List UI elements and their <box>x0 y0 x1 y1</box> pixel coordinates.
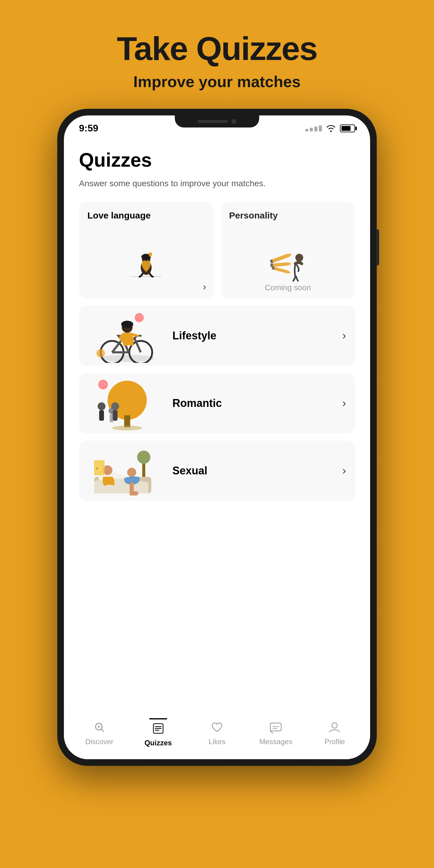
svg-point-52 <box>332 723 337 728</box>
battery-icon <box>340 124 355 132</box>
sexual-title: Sexual <box>173 464 207 477</box>
svg-rect-32 <box>113 410 118 421</box>
messages-icon <box>268 719 284 735</box>
quiz-card-lifestyle[interactable]: ♡ Lifestyle › <box>79 306 355 366</box>
wifi-icon <box>326 124 336 132</box>
discover-label: Discover <box>85 738 113 746</box>
personality-svg <box>267 241 309 283</box>
quizzes-icon <box>150 721 166 736</box>
svg-point-38 <box>137 451 150 464</box>
phone-screen: 9:59 <box>64 116 370 759</box>
lifestyle-title: Lifestyle <box>173 330 216 342</box>
phone-frame: 9:59 <box>57 109 377 766</box>
quiz-card-romantic[interactable]: ♡ Romantic › <box>79 373 355 433</box>
bottom-spacer <box>79 508 355 514</box>
love-language-arrow: › <box>203 281 206 292</box>
svg-text:♡: ♡ <box>138 315 143 321</box>
nav-item-discover[interactable]: Discover <box>70 719 129 746</box>
quiz-card-sexual[interactable]: ✦ Sexual › <box>79 441 355 501</box>
love-language-title: Love language <box>79 202 213 225</box>
quiz-card-love-language[interactable]: Love language <box>79 202 213 299</box>
nav-item-profile[interactable]: Profile <box>305 719 364 746</box>
quizzes-label: Quizzes <box>144 739 172 747</box>
svg-rect-4 <box>271 253 289 263</box>
svg-point-13 <box>296 254 303 261</box>
sexual-illustration: ✦ <box>79 441 163 501</box>
app-content[interactable]: Quizzes Answer some questions to improve… <box>64 137 370 712</box>
status-time: 9:59 <box>79 123 98 134</box>
messages-label: Messages <box>259 738 292 746</box>
personality-title: Personality <box>221 202 355 225</box>
quizzes-active-indicator <box>149 718 167 719</box>
romantic-arrow: › <box>342 397 346 410</box>
discover-icon <box>92 719 107 735</box>
svg-marker-8 <box>288 262 292 266</box>
phone-notch <box>175 116 259 127</box>
svg-point-42 <box>98 726 100 727</box>
romantic-illustration: ♡ <box>79 373 163 433</box>
likes-icon <box>209 719 225 735</box>
svg-rect-28 <box>99 410 104 421</box>
svg-point-31 <box>111 402 119 410</box>
quizzes-screen-subtitle: Answer some questions to improve your ma… <box>79 177 355 190</box>
svg-point-19 <box>96 349 105 358</box>
quiz-cards-grid: Love language <box>79 202 355 299</box>
quizzes-screen-title: Quizzes <box>79 149 355 171</box>
quiz-card-personality[interactable]: Personality <box>221 202 355 299</box>
coming-soon-badge: Coming soon <box>221 283 355 292</box>
love-language-svg <box>125 241 167 283</box>
lifestyle-text: Lifestyle › <box>163 330 355 342</box>
lifestyle-illustration: ♡ <box>79 306 163 366</box>
side-button <box>376 229 379 266</box>
sexual-svg: ✦ <box>85 444 157 498</box>
romantic-title: Romantic <box>173 397 222 410</box>
lifestyle-svg: ♡ <box>85 309 157 363</box>
page-title: Take Quizzes <box>117 30 317 67</box>
svg-point-36 <box>127 468 136 477</box>
lifestyle-arrow: › <box>342 330 346 342</box>
romantic-text: Romantic › <box>163 397 355 410</box>
svg-point-14 <box>100 355 154 362</box>
profile-label: Profile <box>324 738 345 746</box>
svg-point-24 <box>112 426 142 430</box>
svg-text:✦: ✦ <box>95 466 99 471</box>
sexual-text: Sexual › <box>163 464 355 477</box>
camera <box>231 119 236 124</box>
svg-rect-7 <box>272 262 289 267</box>
profile-icon <box>327 719 342 735</box>
nav-item-quizzes[interactable]: Quizzes <box>129 718 187 747</box>
svg-point-18 <box>121 321 133 328</box>
nav-item-messages[interactable]: Messages <box>247 719 305 746</box>
signal-icon <box>305 125 322 131</box>
love-language-illustration <box>79 225 213 299</box>
status-icons <box>305 124 355 132</box>
svg-text:♡: ♡ <box>101 381 105 388</box>
romantic-svg: ♡ <box>85 376 157 430</box>
svg-point-27 <box>98 402 105 410</box>
likes-label: Likes <box>209 738 225 746</box>
page-subtitle: Improve your matches <box>117 73 317 91</box>
page-header: Take Quizzes Improve your matches <box>117 0 317 91</box>
svg-rect-10 <box>273 267 288 274</box>
bottom-nav: Discover Quizzes <box>64 712 370 759</box>
nav-item-likes[interactable]: Likes <box>187 719 246 746</box>
sexual-arrow: › <box>342 464 346 477</box>
svg-line-43 <box>101 729 104 732</box>
speaker <box>198 120 228 123</box>
